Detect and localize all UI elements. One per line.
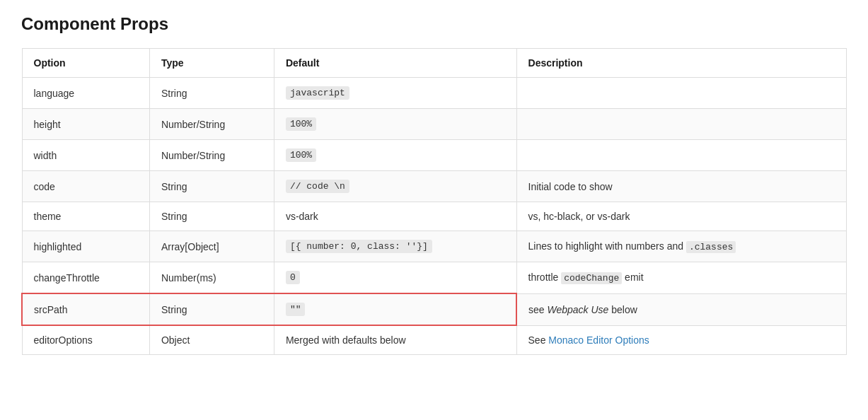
cell-type: Number(ms) <box>149 262 274 294</box>
header-description: Description <box>516 49 846 78</box>
table-row: widthNumber/String100% <box>22 140 847 171</box>
cell-type: Number/String <box>149 109 274 140</box>
default-code-badge: 0 <box>286 271 300 284</box>
table-row: codeString// code \nInitial code to show <box>22 171 847 202</box>
props-table: Option Type Default Description language… <box>21 48 847 355</box>
default-code-badge: 100% <box>286 117 316 131</box>
cell-option: height <box>22 109 149 140</box>
cell-type: String <box>149 202 274 231</box>
cell-description <box>516 140 846 171</box>
default-code-badge: "" <box>286 303 306 316</box>
table-row: changeThrottleNumber(ms)0throttle codeCh… <box>22 262 847 294</box>
cell-default: 100% <box>274 109 516 140</box>
desc-em: Webpack Use <box>547 304 608 315</box>
cell-type: String <box>149 78 274 109</box>
default-code-badge: [{ number: 0, class: ''}] <box>286 240 432 253</box>
cell-default: Merged with defaults below <box>274 325 516 355</box>
cell-default: vs-dark <box>274 202 516 231</box>
table-header-row: Option Type Default Description <box>22 49 847 78</box>
cell-type: String <box>149 293 274 325</box>
cell-type: Object <box>149 325 274 355</box>
cell-default: "" <box>274 293 516 325</box>
desc-inline-code: codeChange <box>561 272 622 284</box>
desc-text: Lines to highlight with numbers and <box>528 240 686 252</box>
table-row: languageStringjavascript <box>22 78 847 109</box>
cell-description: Initial code to show <box>516 171 846 202</box>
cell-option: theme <box>22 202 149 231</box>
cell-description: Lines to highlight with numbers and .cla… <box>516 231 846 262</box>
table-row: highlightedArray[Object][{ number: 0, cl… <box>22 231 847 262</box>
cell-option: language <box>22 78 149 109</box>
cell-description: See Monaco Editor Options <box>516 325 846 355</box>
table-row: themeStringvs-darkvs, hc-black, or vs-da… <box>22 202 847 231</box>
cell-type: Number/String <box>149 140 274 171</box>
cell-option: editorOptions <box>22 325 149 355</box>
desc-text: see <box>528 304 547 315</box>
cell-default: 100% <box>274 140 516 171</box>
desc-text-suffix: below <box>608 304 637 315</box>
cell-type: String <box>149 171 274 202</box>
cell-option: changeThrottle <box>22 262 149 294</box>
cell-option: width <box>22 140 149 171</box>
table-row: srcPathString""see Webpack Use below <box>22 293 847 325</box>
cell-description <box>516 78 846 109</box>
cell-default: 0 <box>274 262 516 294</box>
header-type: Type <box>149 49 274 78</box>
default-code-badge: // code \n <box>286 180 349 193</box>
header-option: Option <box>22 49 149 78</box>
desc-text: throttle <box>528 272 562 283</box>
cell-description <box>516 109 846 140</box>
cell-type: Array[Object] <box>149 231 274 262</box>
cell-default: javascript <box>274 78 516 109</box>
cell-description: see Webpack Use below <box>516 293 846 325</box>
default-code-badge: 100% <box>286 148 316 162</box>
table-row: heightNumber/String100% <box>22 109 847 140</box>
cell-option: code <box>22 171 149 202</box>
desc-inline-code: .classes <box>686 241 736 253</box>
cell-default: // code \n <box>274 171 516 202</box>
header-default: Default <box>274 49 516 78</box>
cell-description: throttle codeChange emit <box>516 262 846 294</box>
cell-default: [{ number: 0, class: ''}] <box>274 231 516 262</box>
cell-option: srcPath <box>22 293 149 325</box>
desc-link[interactable]: Monaco Editor Options <box>548 334 649 346</box>
table-row: editorOptionsObjectMerged with defaults … <box>22 325 847 355</box>
default-code-badge: javascript <box>286 86 349 100</box>
desc-text-suffix: emit <box>622 272 643 283</box>
page-title: Component Props <box>21 14 847 34</box>
cell-option: highlighted <box>22 231 149 262</box>
cell-description: vs, hc-black, or vs-dark <box>516 202 846 231</box>
desc-text: See <box>528 334 549 346</box>
